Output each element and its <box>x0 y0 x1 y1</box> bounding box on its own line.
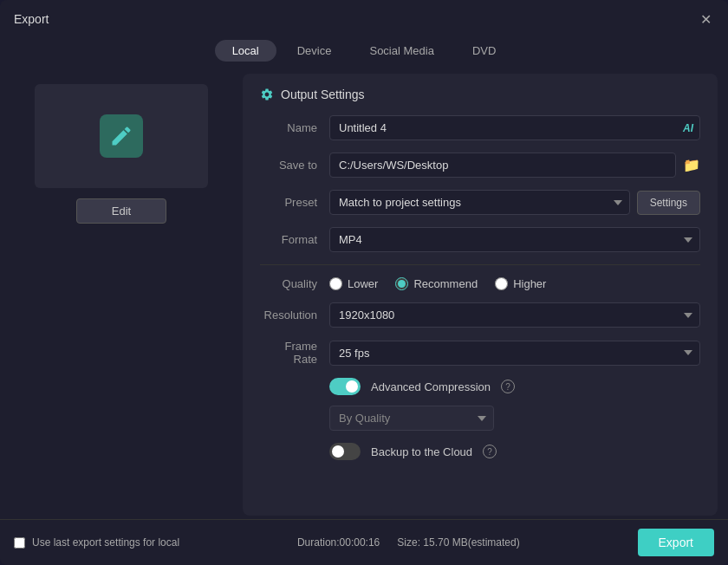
frame-rate-select[interactable]: 25 fps <box>329 341 700 366</box>
format-label: Format <box>260 233 329 246</box>
backup-cloud-row: Backup to the Cloud ? <box>260 443 700 460</box>
preset-input-row: Match to project settings Settings <box>329 190 700 215</box>
save-to-label: Save to <box>260 159 329 172</box>
preset-row: Preset Match to project settings Setting… <box>260 190 700 215</box>
name-row: Name AI <box>260 115 700 140</box>
quality-recommend-radio[interactable] <box>395 277 408 290</box>
quality-higher-label: Higher <box>513 277 546 290</box>
save-to-input-row: 📁 <box>329 153 700 178</box>
frame-rate-label: Frame Rate <box>260 340 329 366</box>
advanced-compression-toggle[interactable] <box>329 378 361 395</box>
advanced-compression-help-icon[interactable]: ? <box>501 380 515 393</box>
title-bar: Export ✕ <box>0 0 728 35</box>
duration-label: Duration:00:00:16 <box>297 536 380 549</box>
name-label: Name <box>260 121 329 134</box>
resolution-select[interactable]: 1920x1080 <box>329 302 700 328</box>
quality-recommend-option[interactable]: Recommend <box>395 277 478 290</box>
tabs-bar: Local Device Social Media DVD <box>0 35 728 70</box>
save-to-row: Save to 📁 <box>260 153 700 178</box>
name-input-wrapper: AI <box>329 115 700 140</box>
resolution-row: Resolution 1920x1080 <box>260 302 700 328</box>
frame-rate-row: Frame Rate 25 fps <box>260 340 700 366</box>
content-area: Edit Output Settings Name AI Save <box>0 70 728 519</box>
backup-cloud-label: Backup to the Cloud <box>371 445 472 458</box>
preset-select[interactable]: Match to project settings <box>329 190 630 215</box>
by-quality-row: By Quality <box>260 406 700 431</box>
backup-cloud-help-icon[interactable]: ? <box>483 445 497 458</box>
tab-dvd[interactable]: DVD <box>455 40 513 62</box>
quality-row: Quality Lower Recommend Higher <box>260 277 700 290</box>
footer-info: Duration:00:00:16 Size: 15.70 MB(estimat… <box>297 536 520 549</box>
edit-button[interactable]: Edit <box>76 198 166 224</box>
edit-icon-container <box>100 114 143 158</box>
quality-lower-radio[interactable] <box>329 277 342 290</box>
preset-label: Preset <box>260 196 329 209</box>
footer: Use last export settings for local Durat… <box>0 519 728 565</box>
pencil-icon <box>109 124 133 148</box>
size-label: Size: 15.70 MB(estimated) <box>397 536 519 549</box>
advanced-compression-label: Advanced Compression <box>371 380 491 393</box>
tab-social-media[interactable]: Social Media <box>352 40 451 62</box>
settings-button[interactable]: Settings <box>637 191 700 215</box>
close-button[interactable]: ✕ <box>697 10 714 28</box>
tab-device[interactable]: Device <box>280 40 349 62</box>
backup-cloud-toggle[interactable] <box>329 443 361 460</box>
right-panel: Output Settings Name AI Save to 📁 <box>243 74 718 516</box>
by-quality-select[interactable]: By Quality <box>329 406 494 431</box>
divider <box>260 264 700 265</box>
settings-icon <box>260 88 274 101</box>
export-dialog: Export ✕ Local Device Social Media DVD E… <box>0 0 728 565</box>
use-last-settings-checkbox[interactable] <box>14 537 25 549</box>
quality-higher-radio[interactable] <box>495 277 508 290</box>
ai-icon: AI <box>683 122 693 134</box>
preview-box <box>35 84 208 188</box>
save-to-input[interactable] <box>329 153 676 178</box>
advanced-compression-row: Advanced Compression ? <box>260 378 700 395</box>
dialog-title: Export <box>14 12 49 26</box>
quality-lower-label: Lower <box>348 277 378 290</box>
quality-radio-group: Lower Recommend Higher <box>329 277 546 290</box>
use-last-settings-label[interactable]: Use last export settings for local <box>14 536 179 549</box>
quality-higher-option[interactable]: Higher <box>495 277 546 290</box>
export-button[interactable]: Export <box>638 529 714 556</box>
output-settings-title: Output Settings <box>281 88 365 101</box>
format-row: Format MP4 <box>260 227 700 252</box>
use-last-settings-text: Use last export settings for local <box>32 536 179 549</box>
left-panel: Edit <box>0 70 243 519</box>
backup-cloud-toggle-slider <box>329 443 361 460</box>
format-select[interactable]: MP4 <box>329 227 700 252</box>
resolution-label: Resolution <box>260 308 329 321</box>
folder-icon[interactable]: 📁 <box>683 157 700 173</box>
quality-recommend-label: Recommend <box>413 277 478 290</box>
tab-local[interactable]: Local <box>215 40 276 62</box>
name-input[interactable] <box>329 115 700 140</box>
output-settings-header: Output Settings <box>260 88 700 101</box>
toggle-slider <box>329 378 361 395</box>
quality-lower-option[interactable]: Lower <box>329 277 378 290</box>
quality-label: Quality <box>260 277 329 290</box>
